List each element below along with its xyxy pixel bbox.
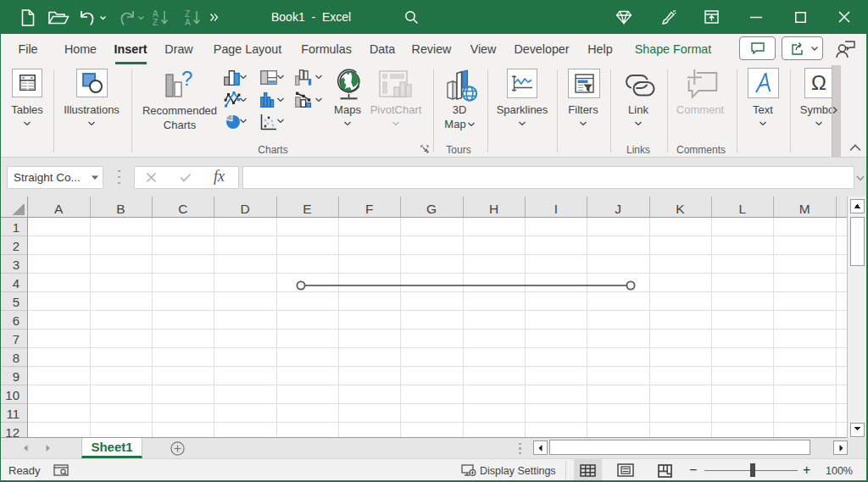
svg-text:M: M [799,202,810,216]
svg-text:A: A [153,9,159,19]
svg-text:B: B [116,202,125,216]
svg-text:K: K [676,202,685,216]
svg-text:2: 2 [13,239,19,253]
svg-text:?: ? [181,71,192,90]
svg-text:11: 11 [6,407,19,421]
svg-text:3: 3 [13,258,19,272]
svg-text:Z: Z [185,9,190,19]
svg-text:G: G [426,202,437,216]
svg-text:I: I [554,202,558,216]
svg-text:L: L [738,202,746,216]
svg-text:A: A [185,18,191,26]
svg-text:E: E [303,202,311,216]
svg-text:1: 1 [13,220,19,235]
svg-text:10: 10 [5,388,19,402]
svg-text:7: 7 [13,332,19,346]
svg-text:D: D [241,202,250,216]
svg-text:F: F [365,202,373,216]
svg-text:9: 9 [13,369,19,384]
svg-text:8: 8 [13,351,19,365]
svg-text:6: 6 [13,313,19,328]
svg-text:H: H [489,202,498,216]
svg-text:12: 12 [5,425,19,438]
svg-text:A: A [54,202,64,216]
svg-text:4: 4 [13,276,19,291]
svg-text:5: 5 [13,295,19,309]
svg-text:C: C [178,202,187,216]
svg-text:Z: Z [153,18,158,26]
svg-text:J: J [615,202,621,216]
